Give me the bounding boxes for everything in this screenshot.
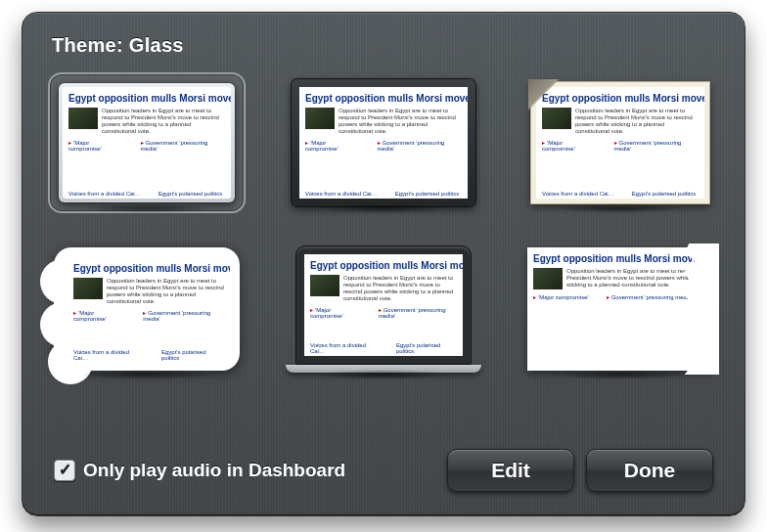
webclip-preview: Egypt opposition mulls Morsi moveNEW Opp… bbox=[536, 87, 704, 199]
checkbox-box[interactable]: ✓ bbox=[54, 460, 75, 481]
webclip-preview: Egypt opposition mulls Morsi moveNEW Opp… bbox=[527, 247, 713, 371]
webclip-preview: Egypt opposition mulls Morsi moveNEW Opp… bbox=[63, 87, 231, 199]
preview-link: Government 'pressuring media' bbox=[141, 139, 225, 152]
webclip-preview: Egypt opposition mulls Morsi moveNEW Opp… bbox=[304, 254, 463, 356]
theme-picker-panel: Theme: Glass Egypt opposition mulls Mors… bbox=[22, 12, 745, 516]
theme-hud[interactable]: Egypt opposition mulls Morsi moveNEW Opp… bbox=[287, 74, 480, 211]
edit-button[interactable]: Edit bbox=[447, 449, 574, 492]
preview-headline: Egypt opposition mulls Morsi move bbox=[68, 93, 231, 104]
webclip-preview: Egypt opposition mulls Morsi moveNEW Opp… bbox=[68, 257, 230, 363]
footer-bar: ✓ Only play audio in Dashboard Edit Done bbox=[46, 435, 721, 515]
theme-grid: Egypt opposition mulls Morsi moveNEW Opp… bbox=[46, 74, 721, 377]
theme-glass[interactable]: Egypt opposition mulls Morsi moveNEW Opp… bbox=[50, 74, 244, 211]
frame-laptop: Egypt opposition mulls Morsi moveNEW Opp… bbox=[290, 245, 477, 373]
checkbox-label: Only play audio in Dashboard bbox=[83, 460, 345, 481]
preview-blurb: Opposition leaders in Egypt are to meet … bbox=[102, 108, 225, 135]
theme-corner[interactable]: Egypt opposition mulls Morsi moveNEW Opp… bbox=[523, 74, 717, 211]
theme-torn[interactable]: Egypt opposition mulls Morsi moveNEW Opp… bbox=[523, 241, 717, 377]
frame-glass: Egypt opposition mulls Morsi moveNEW Opp… bbox=[59, 83, 235, 202]
frame-hud: Egypt opposition mulls Morsi moveNEW Opp… bbox=[292, 79, 475, 206]
webclip-preview: Egypt opposition mulls Morsi moveNEW Opp… bbox=[299, 87, 468, 199]
frame-torn: Egypt opposition mulls Morsi moveNEW Opp… bbox=[527, 247, 713, 371]
frame-cloud: Egypt opposition mulls Morsi moveNEW Opp… bbox=[54, 247, 240, 371]
theme-laptop[interactable]: Egypt opposition mulls Morsi moveNEW Opp… bbox=[287, 241, 480, 377]
theme-cloud[interactable]: Egypt opposition mulls Morsi moveNEW Opp… bbox=[50, 241, 244, 377]
preview-link: 'Major compromise' bbox=[68, 139, 123, 152]
done-button[interactable]: Done bbox=[586, 449, 713, 492]
frame-corner: Egypt opposition mulls Morsi moveNEW Opp… bbox=[530, 81, 710, 204]
panel-title: Theme: Glass bbox=[52, 34, 721, 57]
audio-only-checkbox[interactable]: ✓ Only play audio in Dashboard bbox=[54, 460, 345, 481]
preview-image bbox=[68, 108, 98, 129]
